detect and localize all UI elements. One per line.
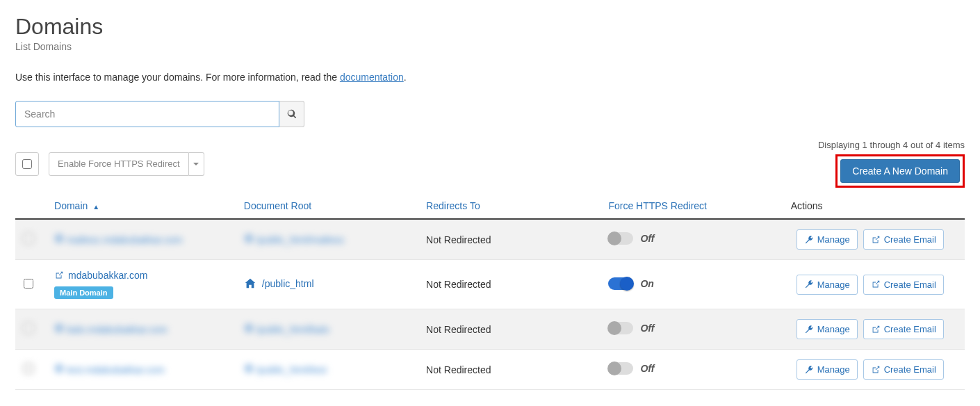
create-email-button[interactable]: Create Email xyxy=(863,229,944,250)
listing-summary: Displaying 1 through 4 out of 4 items xyxy=(818,140,965,150)
https-redirect-toggle[interactable]: Off xyxy=(608,362,654,375)
document-root-link[interactable]: /public_html xyxy=(244,277,314,290)
document-root-path: /public_html xyxy=(262,278,314,289)
select-all-checkbox[interactable] xyxy=(22,159,32,169)
search-button[interactable] xyxy=(279,101,304,127)
create-email-button[interactable]: Create Email xyxy=(863,319,944,339)
table-row: maltesc.mdabubakkar.com /public_html/mal… xyxy=(15,219,965,260)
intro-suffix: . xyxy=(404,72,407,83)
table-row: balo.mdabubakkar.com /public_html/baloNo… xyxy=(15,309,965,350)
create-email-label: Create Email xyxy=(884,364,936,375)
main-domain-badge: Main Domain xyxy=(54,286,113,299)
globe-icon xyxy=(54,364,64,373)
sort-asc-icon: ▲ xyxy=(92,203,99,211)
create-email-button[interactable]: Create Email xyxy=(863,359,944,380)
create-email-label: Create Email xyxy=(884,234,936,245)
external-link-icon xyxy=(54,270,64,280)
select-all-container xyxy=(15,152,39,176)
manage-button[interactable]: Manage xyxy=(797,359,858,380)
toggle-state-label: Off xyxy=(640,363,654,374)
manage-button[interactable]: Manage xyxy=(797,275,858,295)
globe-icon xyxy=(244,323,254,333)
redirects-to-cell: Not Redirected xyxy=(418,309,600,350)
create-email-label: Create Email xyxy=(884,279,936,290)
toggle-state-label: Off xyxy=(640,233,654,244)
wrench-icon xyxy=(804,365,814,375)
globe-icon xyxy=(54,323,64,333)
create-domain-highlight: Create A New Domain xyxy=(835,154,965,188)
column-header-root[interactable]: Document Root xyxy=(236,193,418,219)
row-select-checkbox[interactable] xyxy=(24,234,33,243)
wrench-icon xyxy=(804,325,814,334)
page-subtitle: List Domains xyxy=(15,41,965,52)
create-email-button[interactable]: Create Email xyxy=(863,275,944,295)
manage-button[interactable]: Manage xyxy=(797,319,858,339)
manage-label: Manage xyxy=(817,364,850,375)
create-new-domain-button[interactable]: Create A New Domain xyxy=(840,159,960,183)
search-input[interactable] xyxy=(15,101,279,127)
manage-label: Manage xyxy=(817,324,850,334)
home-icon xyxy=(244,277,256,290)
column-header-redirects[interactable]: Redirects To xyxy=(418,193,600,219)
wrench-icon xyxy=(804,279,814,289)
manage-label: Manage xyxy=(817,279,850,290)
external-link-icon xyxy=(871,279,881,289)
documentation-link[interactable]: documentation xyxy=(340,72,404,83)
column-header-domain[interactable]: Domain ▲ xyxy=(46,193,236,219)
external-link-icon xyxy=(871,325,881,334)
column-header-https[interactable]: Force HTTPS Redirect xyxy=(600,193,782,219)
domains-table: Domain ▲ Document Root Redirects To Forc… xyxy=(15,193,965,390)
row-select-checkbox[interactable] xyxy=(24,323,33,333)
https-redirect-toggle[interactable]: Off xyxy=(608,232,654,245)
table-row: test.mdabubakkar.com /public_html/testNo… xyxy=(15,350,965,390)
domain-link[interactable]: mdabubakkar.com xyxy=(54,270,147,281)
page-title: Domains xyxy=(15,14,965,40)
external-link-icon xyxy=(871,365,881,375)
redirects-to-cell: Not Redirected xyxy=(418,350,600,390)
create-email-label: Create Email xyxy=(884,324,936,334)
row-select-checkbox[interactable] xyxy=(24,364,33,373)
manage-label: Manage xyxy=(817,234,850,245)
https-redirect-toggle[interactable]: Off xyxy=(608,322,654,334)
toggle-state-label: On xyxy=(640,278,653,289)
globe-icon xyxy=(244,234,254,243)
globe-icon xyxy=(244,364,254,373)
toggle-state-label: Off xyxy=(640,323,654,334)
enable-https-redirect-dropdown[interactable] xyxy=(189,152,204,176)
intro-text: Use this interface to manage your domain… xyxy=(15,72,965,83)
caret-down-icon xyxy=(193,161,199,167)
column-header-domain-label: Domain xyxy=(54,200,88,211)
domain-name: mdabubakkar.com xyxy=(68,270,147,281)
redirects-to-cell: Not Redirected xyxy=(418,260,600,309)
search-icon xyxy=(287,109,297,119)
enable-https-redirect-button[interactable]: Enable Force HTTPS Redirect xyxy=(49,152,189,176)
https-redirect-toggle[interactable]: On xyxy=(608,277,653,290)
external-link-icon xyxy=(871,235,881,245)
wrench-icon xyxy=(804,235,814,245)
table-row: mdabubakkar.comMain Domain/public_htmlNo… xyxy=(15,260,965,309)
redirects-to-cell: Not Redirected xyxy=(418,219,600,260)
globe-icon xyxy=(54,234,64,243)
manage-button[interactable]: Manage xyxy=(797,229,858,250)
intro-prefix: Use this interface to manage your domain… xyxy=(15,72,340,83)
column-header-actions: Actions xyxy=(783,193,965,219)
row-select-checkbox[interactable] xyxy=(24,279,33,289)
